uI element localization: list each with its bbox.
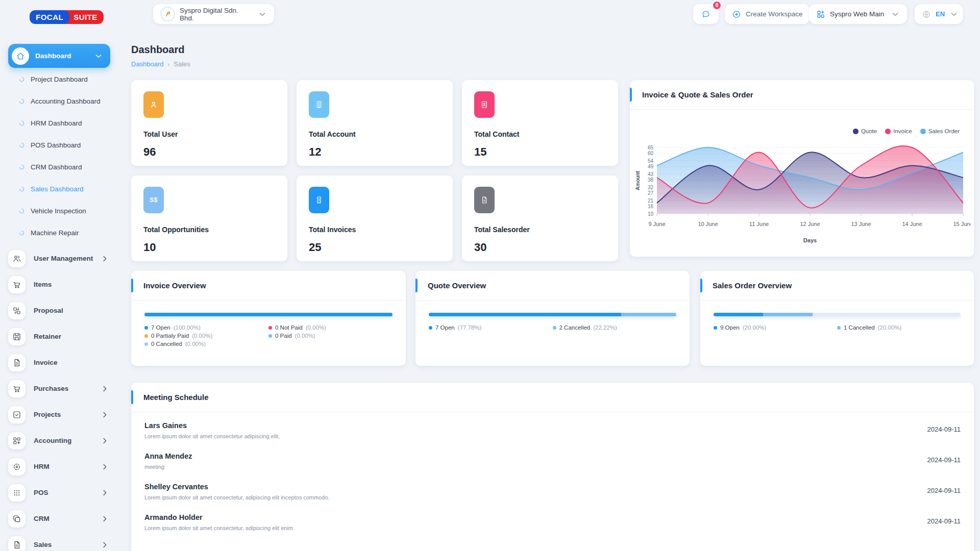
- sidebar-item-crm-dashboard[interactable]: CRM Dashboard: [0, 156, 118, 178]
- legend-percent: (20.00%): [878, 324, 902, 331]
- sidebar-item-accounting-dashboard[interactable]: Accounting Dashboard: [0, 90, 118, 112]
- cart-icon: [8, 276, 26, 293]
- meeting-date: 2024-09-11: [927, 487, 961, 494]
- stat-value: 10: [143, 241, 275, 254]
- progress-segment: [621, 313, 676, 316]
- legend-dot: [853, 129, 859, 134]
- svg-text:49: 49: [648, 164, 654, 169]
- meeting-row[interactable]: Lars Gaines Lorem ipsum dolor sit amet c…: [144, 421, 961, 439]
- sidebar-item-label: CRM: [34, 515, 100, 522]
- legend-dot: [429, 326, 432, 330]
- sidebar-item-machine-repair[interactable]: Machine Repair: [0, 222, 118, 244]
- workspace-name: Syspro Web Main: [830, 10, 886, 18]
- legend-item-sales-order[interactable]: Sales Order: [920, 128, 960, 134]
- legend-percent: (0.00%): [185, 341, 206, 347]
- sidebar-item-items[interactable]: Items: [0, 271, 118, 297]
- sidebar-item-dashboard[interactable]: Dashboard: [8, 44, 110, 68]
- legend-item-invoice[interactable]: Invoice: [885, 128, 912, 134]
- meeting-date: 2024-09-11: [927, 425, 961, 433]
- sidebar-item-label: Project Dashboard: [31, 76, 88, 83]
- document-icon: [8, 536, 26, 551]
- legend-dot: [885, 129, 891, 134]
- legend-item: 7 Open (77.78%): [429, 324, 553, 331]
- sidebar: Dashboard Project Dashboard Accounting D…: [0, 0, 118, 551]
- language-selector[interactable]: EN: [915, 4, 963, 24]
- sidebar-item-projects[interactable]: Projects: [0, 402, 118, 428]
- sales-order-overview-card: Sales Order Overview 9 Open (20.00%) 1 C…: [700, 271, 974, 366]
- sidebar-item-user-management[interactable]: User Management: [0, 245, 118, 271]
- meeting-row[interactable]: Shelley Cervantes Lorem ipsum dolor sit …: [144, 483, 961, 500]
- sidebar-item-crm[interactable]: CRM: [0, 506, 118, 532]
- svg-text:38: 38: [648, 177, 654, 183]
- chevron-down-icon: [949, 10, 959, 19]
- breadcrumb-dashboard-link[interactable]: Dashboard: [131, 60, 164, 68]
- legend-item: 0 Partialy Paid (0.00%): [144, 333, 268, 339]
- sidebar-item-label: Projects: [34, 411, 100, 418]
- sidebar-item-retainer[interactable]: Retainer: [0, 323, 118, 349]
- svg-text:15 June: 15 June: [953, 221, 971, 227]
- sidebar-item-proposal[interactable]: Proposal: [0, 297, 118, 323]
- svg-text:11 June: 11 June: [749, 221, 769, 227]
- sidebar-item-label: Machine Repair: [31, 229, 79, 237]
- stat-value: 15: [474, 145, 606, 159]
- sidebar-item-pos-dashboard[interactable]: POS Dashboard: [0, 134, 118, 156]
- legend-label: 0 Cancelled: [151, 341, 182, 347]
- sidebar-item-purchases[interactable]: Purchases: [0, 375, 118, 402]
- legend-item-quote[interactable]: Quote: [853, 128, 877, 134]
- meeting-row[interactable]: Armando Holder Lorem ipsum dolor sit ame…: [144, 513, 961, 531]
- legend-label: 9 Open: [720, 324, 740, 331]
- area-chart: 65605449433832272116109 June10 June11 Ju…: [634, 139, 971, 246]
- app-logo[interactable]: FOCAL SUITE: [30, 10, 104, 24]
- sidebar-item-pos[interactable]: POS: [0, 480, 118, 506]
- chat-button[interactable]: 0: [693, 4, 719, 24]
- sidebar-item-vehicle-inspection[interactable]: Vehicle Inspection: [0, 200, 118, 222]
- language-code: EN: [936, 10, 945, 18]
- chevron-right-icon: [100, 488, 109, 497]
- chevron-right-icon: [100, 384, 109, 393]
- card-title: Quote Overview: [428, 281, 486, 290]
- svg-text:21: 21: [648, 198, 654, 204]
- plus-circle-icon: [732, 10, 741, 19]
- svg-text:12 June: 12 June: [800, 221, 820, 227]
- sidebar-item-hrm-dashboard[interactable]: HRM Dashboard: [0, 112, 118, 134]
- meeting-date: 2024-09-11: [927, 456, 961, 464]
- legend-label: Quote: [861, 128, 877, 134]
- meeting-row[interactable]: Anna Mendez meeting 2024-09-11: [144, 452, 961, 470]
- progress-segment: [144, 313, 393, 316]
- sidebar-item-label: HRM: [34, 463, 100, 470]
- svg-text:9 June: 9 June: [648, 221, 665, 227]
- sidebar-item-hrm[interactable]: HRM: [0, 454, 118, 480]
- dashboard-submenu: Project Dashboard Accounting Dashboard H…: [0, 68, 118, 244]
- sidebar-item-label: Invoice: [34, 359, 109, 366]
- stat-card-total-account: Total Account 12: [297, 80, 453, 166]
- sidebar-item-invoice[interactable]: Invoice: [0, 349, 118, 375]
- legend-dot: [268, 326, 272, 330]
- create-workspace-button[interactable]: Create Workspace: [725, 4, 810, 24]
- target-icon: [8, 458, 26, 475]
- sidebar-item-project-dashboard[interactable]: Project Dashboard: [0, 68, 118, 90]
- sidebar-item-label: Retainer: [34, 333, 109, 340]
- create-workspace-label: Create Workspace: [746, 10, 803, 18]
- sidebar-item-label: POS: [34, 489, 100, 496]
- grid-plus-app-icon: [816, 10, 825, 19]
- stat-label: Total User: [143, 130, 275, 138]
- stat-card-total-contact: Total Contact 15: [462, 80, 618, 166]
- sidebar-item-label: Sales: [34, 541, 100, 548]
- logo-focal: FOCAL: [30, 10, 69, 24]
- card-title: Invoice Overview: [143, 281, 206, 290]
- circle-bullet-icon: [18, 208, 25, 214]
- quote-overview-card: Quote Overview 7 Open (77.78%) 2 Cancell…: [415, 271, 690, 366]
- sidebar-item-accounting[interactable]: Accounting: [0, 428, 118, 454]
- progress-segment: [763, 313, 813, 316]
- sidebar-item-sales[interactable]: Sales: [0, 532, 118, 551]
- stat-label: Total Invoices: [309, 226, 440, 234]
- svg-text:60: 60: [648, 151, 654, 156]
- chart-legend: Quote Invoice Sales Order: [853, 128, 960, 134]
- circle-bullet-icon: [18, 164, 25, 170]
- workspace-selector[interactable]: Syspro Web Main: [809, 4, 907, 24]
- svg-text:43: 43: [648, 171, 654, 177]
- contact-book-icon: [474, 91, 495, 118]
- company-selector[interactable]: Syspro Digital Sdn. Bhd.: [153, 4, 274, 24]
- sidebar-item-sales-dashboard[interactable]: Sales Dashboard: [0, 178, 118, 200]
- sidebar-item-label: POS Dashboard: [31, 141, 81, 149]
